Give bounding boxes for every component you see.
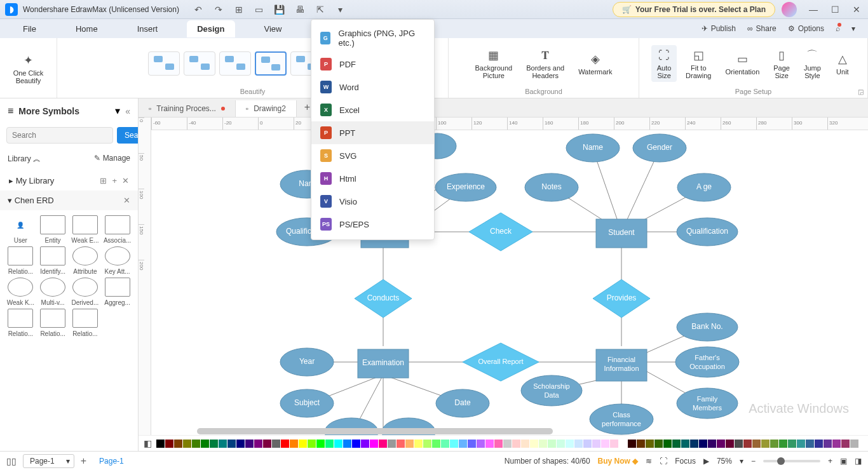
color-swatch[interactable] bbox=[254, 440, 262, 448]
collapse-sidebar-button[interactable]: « bbox=[125, 106, 130, 116]
theme-thumb-3[interactable] bbox=[219, 51, 251, 76]
theme-thumb-4[interactable] bbox=[255, 51, 287, 76]
color-swatch[interactable] bbox=[592, 440, 600, 448]
shape-identify[interactable]: Identify... bbox=[37, 246, 69, 275]
color-swatch[interactable] bbox=[672, 440, 681, 448]
export-item-ps-eps[interactable]: PSPS/EPS bbox=[311, 213, 434, 236]
add-icon[interactable]: + bbox=[112, 176, 117, 185]
color-swatch[interactable] bbox=[343, 440, 351, 448]
unit-button[interactable]: △Unit bbox=[830, 49, 855, 78]
zoom-out-button[interactable]: − bbox=[751, 457, 756, 466]
close-icon[interactable]: ✕ bbox=[122, 176, 129, 185]
color-swatch[interactable] bbox=[717, 440, 725, 448]
color-swatch[interactable] bbox=[743, 440, 752, 448]
color-swatch[interactable] bbox=[708, 440, 716, 448]
fit-to-drawing-button[interactable]: ◱Fit to Drawing bbox=[681, 45, 716, 82]
fit-page-icon[interactable]: ▣ bbox=[840, 457, 847, 466]
add-page-button[interactable]: + bbox=[81, 455, 86, 467]
color-swatch[interactable] bbox=[539, 440, 547, 448]
menu-chevron-icon[interactable]: ▾ bbox=[851, 24, 855, 33]
jump-style-button[interactable]: ⌒Jump Style bbox=[799, 45, 826, 82]
page-tab[interactable]: Page-1 bbox=[93, 457, 130, 466]
close-section-icon[interactable]: ✕ bbox=[123, 196, 130, 205]
color-swatch[interactable] bbox=[423, 440, 431, 448]
page-selector[interactable]: Page-1▾ bbox=[23, 454, 74, 468]
color-swatch[interactable] bbox=[850, 440, 858, 448]
menu-insert[interactable]: Insert bbox=[127, 20, 168, 37]
color-swatch[interactable] bbox=[815, 440, 823, 448]
color-swatch[interactable] bbox=[663, 440, 672, 448]
color-swatch[interactable] bbox=[654, 440, 663, 448]
shape-multi-v[interactable]: Multi-v... bbox=[37, 278, 69, 306]
fit-width-icon[interactable]: ◨ bbox=[855, 457, 862, 466]
color-swatch[interactable] bbox=[788, 440, 796, 448]
maximize-button[interactable]: ☐ bbox=[829, 3, 841, 16]
color-swatch[interactable] bbox=[530, 440, 538, 448]
shape-relatio[interactable]: Relatio... bbox=[37, 309, 69, 337]
color-swatch[interactable] bbox=[272, 440, 280, 448]
export-item-html[interactable]: HHtml bbox=[311, 167, 434, 190]
color-swatch[interactable] bbox=[806, 440, 814, 448]
redo-button[interactable]: ↷ bbox=[212, 3, 225, 16]
color-swatch[interactable] bbox=[619, 440, 627, 448]
horizontal-scrollbar[interactable] bbox=[197, 428, 553, 434]
color-swatch[interactable] bbox=[414, 440, 423, 448]
color-swatch[interactable] bbox=[770, 440, 778, 448]
theme-thumb-2[interactable] bbox=[184, 51, 215, 76]
fill-icon[interactable]: ◧ bbox=[144, 438, 152, 448]
color-swatch[interactable] bbox=[628, 440, 636, 448]
borders-headers-button[interactable]: 𝐓Borders and Headers bbox=[521, 45, 569, 82]
chevron-down-icon[interactable]: ▾ bbox=[115, 105, 120, 117]
color-swatch[interactable] bbox=[459, 440, 467, 448]
color-swatch[interactable] bbox=[334, 440, 342, 448]
print-button[interactable]: 🖶 bbox=[294, 3, 306, 16]
qat-more-button[interactable]: ▾ bbox=[334, 3, 347, 16]
color-swatch[interactable] bbox=[281, 440, 289, 448]
search-button[interactable]: Search bbox=[117, 127, 139, 144]
color-swatch[interactable] bbox=[477, 440, 485, 448]
color-swatch[interactable] bbox=[352, 440, 360, 448]
color-swatch[interactable] bbox=[263, 440, 271, 448]
export-item-visio[interactable]: VVisio bbox=[311, 190, 434, 213]
doc-tab-drawing2[interactable]: ▫ Drawing2 bbox=[236, 100, 297, 117]
export-item-word[interactable]: WWord bbox=[311, 76, 434, 98]
shape-aggreg[interactable]: Aggreg... bbox=[102, 278, 133, 306]
drawing-canvas[interactable]: Nam Qualification Experience Notes Name … bbox=[151, 130, 868, 435]
zoom-slider[interactable] bbox=[763, 460, 820, 462]
watermark-button[interactable]: ◈Watermark bbox=[573, 49, 617, 78]
color-swatch[interactable] bbox=[441, 440, 449, 448]
zoom-in-button[interactable]: + bbox=[828, 457, 832, 466]
color-swatch[interactable] bbox=[370, 440, 378, 448]
color-swatch[interactable] bbox=[432, 440, 440, 448]
shape-key att[interactable]: Key Att... bbox=[102, 246, 133, 275]
color-swatch[interactable] bbox=[405, 440, 414, 448]
focus-button[interactable]: Focus bbox=[675, 457, 696, 466]
shape-weak e[interactable]: Weak E... bbox=[70, 215, 101, 244]
shape-attribute[interactable]: Attribute bbox=[70, 246, 101, 275]
color-swatch[interactable] bbox=[192, 440, 200, 448]
pages-icon[interactable]: ▯▯ bbox=[6, 456, 17, 466]
zoom-dropdown-icon[interactable]: ▾ bbox=[740, 457, 743, 466]
minimize-button[interactable]: — bbox=[807, 3, 820, 16]
avatar[interactable] bbox=[782, 2, 797, 17]
background-picture-button[interactable]: ▦Background Picture bbox=[470, 45, 517, 82]
close-button[interactable]: ✕ bbox=[850, 3, 863, 16]
color-swatch[interactable] bbox=[646, 440, 654, 448]
undo-button[interactable]: ↶ bbox=[192, 3, 205, 16]
color-swatch[interactable] bbox=[227, 440, 236, 448]
color-swatch[interactable] bbox=[165, 440, 173, 448]
color-swatch[interactable] bbox=[156, 440, 165, 448]
color-swatch[interactable] bbox=[690, 440, 698, 448]
shape-relatio[interactable]: Relatio... bbox=[5, 246, 36, 275]
open-button[interactable]: ▭ bbox=[253, 3, 266, 16]
color-swatch[interactable] bbox=[183, 440, 191, 448]
color-swatch[interactable] bbox=[699, 440, 707, 448]
play-icon[interactable]: ▶ bbox=[703, 457, 709, 466]
color-swatch[interactable] bbox=[397, 440, 405, 448]
color-swatch[interactable] bbox=[637, 440, 645, 448]
color-swatch[interactable] bbox=[521, 440, 529, 448]
auto-size-button[interactable]: ⛶Auto Size bbox=[651, 45, 677, 82]
color-swatch[interactable] bbox=[468, 440, 476, 448]
theme-thumb-1[interactable] bbox=[148, 51, 180, 76]
share-button[interactable]: ∞Share bbox=[747, 24, 776, 33]
